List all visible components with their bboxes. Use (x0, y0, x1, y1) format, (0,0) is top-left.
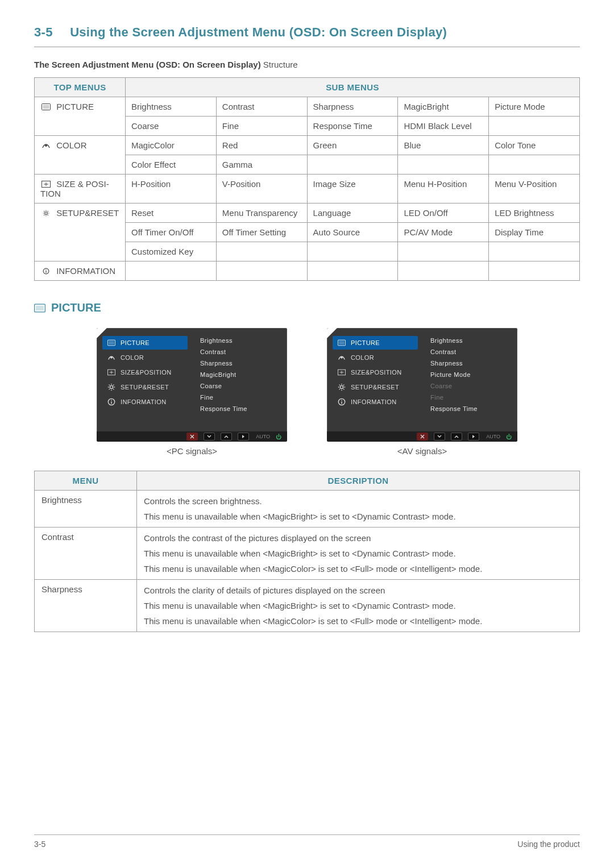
osd-menu-item[interactable]: SETUP&RESET (333, 380, 418, 394)
subtitle-bold: The Screen Adjustment Menu (OSD: On Scre… (34, 60, 261, 69)
sub-menu-cell (489, 117, 580, 136)
osd-sub-item[interactable]: Brightness (200, 337, 280, 348)
osd-nav-bar: AUTO⏻ (97, 431, 287, 442)
subtitle: The Screen Adjustment Menu (OSD: On Scre… (34, 60, 580, 69)
sizepos-icon (107, 368, 116, 376)
desc-header-desc: DESCRIPTION (137, 471, 580, 491)
osd-close-button[interactable] (417, 433, 428, 441)
sub-menu-cell: Blue (398, 136, 489, 155)
setup-icon (337, 383, 346, 391)
osd-menu-label: SETUP&RESET (121, 384, 169, 391)
osd-menu-label: INFORMATION (351, 398, 397, 405)
subtitle-rest: Structure (261, 60, 298, 69)
osd-sub-item[interactable]: Coarse (200, 383, 280, 394)
osd-sub-item[interactable]: Response Time (200, 405, 280, 417)
close-icon (420, 434, 425, 439)
sub-menu-cell (489, 242, 580, 261)
osd-sub-item[interactable]: Sharpness (430, 360, 510, 371)
sub-menu-cell: Image Size (307, 175, 398, 203)
desc-text-cell: Controls the contrast of the pictures di… (137, 528, 580, 580)
sub-menu-cell: Reset (126, 203, 217, 223)
osd-sub-item[interactable]: Contrast (430, 348, 510, 360)
picture-icon (107, 339, 116, 347)
osd-sub-item[interactable]: Response Time (430, 405, 510, 417)
osd-menu-item[interactable]: SIZE&POSITION (333, 366, 418, 379)
color-icon (40, 140, 52, 150)
desc-text-cell: Controls the clarity of details of pictu… (137, 580, 580, 632)
footer-left: 3-5 (34, 840, 45, 849)
osd-enter-button[interactable] (468, 433, 479, 441)
picture-icon (337, 339, 346, 347)
osd-menu-item[interactable]: INFORMATION (102, 395, 188, 409)
close-icon (190, 434, 194, 439)
osd-menu-item[interactable]: COLOR (102, 351, 188, 364)
sub-menu-cell (307, 155, 398, 175)
sub-menu-cell: Sharpness (307, 97, 398, 117)
osd-sub-item[interactable]: Picture Mode (430, 371, 510, 383)
osd-sub-item[interactable]: Contrast (200, 348, 280, 360)
setup-icon (40, 208, 52, 218)
sub-menu-cell: MagicColor (126, 136, 217, 155)
osd-av-caption: <AV signals> (327, 446, 517, 456)
osd-nav-bar: AUTO⏻ (327, 431, 517, 442)
structure-table: TOP MENUS SUB MENUS PICTUREBrightnessCon… (34, 77, 580, 281)
setup-icon (107, 383, 116, 391)
sub-menu-cell: Off Timer On/Off (126, 223, 217, 242)
picture-icon (34, 304, 45, 313)
chevron-up-icon (454, 434, 459, 439)
info-icon (107, 398, 116, 406)
osd-menu-label: SIZE&POSITION (351, 369, 402, 376)
structure-header-top: TOP MENUS (35, 78, 126, 97)
chevron-down-icon (207, 434, 211, 439)
sub-menu-cell: Picture Mode (489, 97, 580, 117)
osd-menu-item[interactable]: SIZE&POSITION (102, 366, 188, 379)
play-icon (471, 434, 476, 439)
top-menu-cell: SIZE & POSI­TION (35, 175, 126, 203)
osd-menu-item[interactable]: INFORMATION (333, 395, 418, 409)
top-menu-cell: INFORMA­TION (35, 261, 126, 281)
sub-menu-cell: PC/AV Mode (398, 223, 489, 242)
osd-auto-label: AUTO (256, 434, 270, 439)
page-title: 3-5 Using the Screen Adjustment Menu (OS… (34, 25, 580, 40)
sub-menu-cell (307, 261, 398, 281)
osd-menu-item[interactable]: PICTURE (102, 336, 188, 350)
sub-menu-cell: Fine (216, 117, 307, 136)
osd-menu-item[interactable]: COLOR (333, 351, 418, 364)
osd-enter-button[interactable] (238, 433, 249, 441)
sub-menu-cell: HDMI Black Level (398, 117, 489, 136)
osd-pc-wrap: PICTURECOLORSIZE&POSITIONSETUP&RESETINFO… (97, 328, 287, 456)
osd-close-button[interactable] (186, 433, 198, 441)
osd-sub-item[interactable]: Sharpness (200, 360, 280, 371)
sub-menu-cell: Language (307, 203, 398, 223)
info-icon (337, 398, 346, 406)
osd-sub-item[interactable]: Fine (200, 394, 280, 405)
osd-down-button[interactable] (434, 433, 445, 441)
osd-menu-item[interactable]: PICTURE (333, 336, 418, 350)
page-title-text: Using the Screen Adjustment Menu (OSD: O… (70, 25, 447, 39)
sub-menu-cell: Color Tone (489, 136, 580, 155)
osd-row: PICTURECOLORSIZE&POSITIONSETUP&RESETINFO… (34, 328, 580, 456)
osd-sub-item[interactable]: Coarse (430, 383, 510, 394)
play-icon (241, 434, 246, 439)
osd-menu-item[interactable]: SETUP&RESET (102, 380, 188, 394)
osd-down-button[interactable] (204, 433, 215, 441)
page-footer: 3-5 Using the product (34, 834, 580, 849)
desc-menu-cell: Brightness (35, 491, 137, 528)
osd-menu-label: SETUP&RESET (351, 384, 399, 391)
osd-sub-item[interactable]: Fine (430, 394, 510, 405)
top-menu-cell: SETUP&RESET (35, 203, 126, 261)
osd-power-icon[interactable]: ⏻ (506, 434, 512, 440)
sub-menu-cell: Menu V-Position (489, 175, 580, 203)
sub-menu-cell (398, 242, 489, 261)
top-menu-cell: PICTURE (35, 97, 126, 136)
sub-menu-cell: Response Time (307, 117, 398, 136)
sub-menu-cell: LED Brightness (489, 203, 580, 223)
osd-power-icon[interactable]: ⏻ (276, 434, 281, 440)
sub-menu-cell: MagicBright (398, 97, 489, 117)
osd-sub-item[interactable]: MagicBright (200, 371, 280, 383)
top-menu-cell: COLOR (35, 136, 126, 175)
osd-up-button[interactable] (221, 433, 232, 441)
osd-sub-item[interactable]: Brightness (430, 337, 510, 348)
sizepos-icon (337, 368, 346, 376)
osd-up-button[interactable] (451, 433, 462, 441)
